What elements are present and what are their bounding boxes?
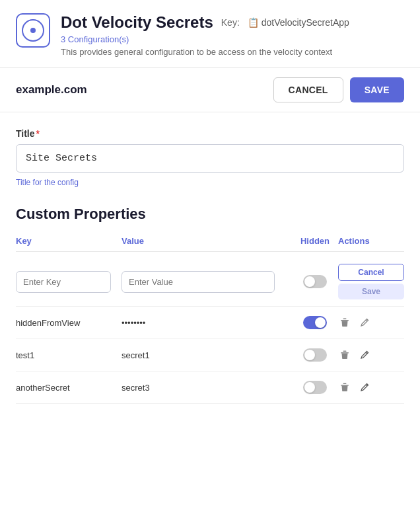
trash-icon [339,382,350,393]
trash-icon [339,317,350,328]
th-key: Key [16,236,122,246]
row-actions [338,381,404,394]
row-key: anotherSecret [16,383,122,393]
row-value: secret1 [122,350,292,360]
toolbar: example.com CANCEL SAVE [0,68,420,112]
trash-icon [339,350,350,360]
header-info: Dot Velocity Secrets Key: 📋 dotVelocityS… [61,13,404,57]
hidden-toggle[interactable] [303,316,327,329]
row-actions [338,316,404,329]
hidden-toggle[interactable] [303,381,327,394]
key-label: Key: [221,17,240,28]
title-field-label: Title* [16,128,404,139]
row-actions [338,348,404,362]
toggle-thumb [304,350,315,360]
new-hidden-toggle[interactable] [303,275,327,288]
cancel-button[interactable]: CANCEL [273,77,343,102]
title-hint: Title for the config [16,178,404,187]
edit-icon [359,317,370,328]
logo-inner [22,19,44,42]
row-key: test1 [16,350,122,360]
props-table: Key Value Hidden Actions Cancel Save hid… [0,236,420,404]
row-value: secret3 [122,383,292,393]
logo-dot [30,28,36,33]
edit-button[interactable] [358,381,371,394]
new-entry-row: Cancel Save [16,257,404,307]
toggle-thumb [304,382,315,393]
svg-rect-5 [343,383,347,385]
edit-button[interactable] [358,348,371,362]
row-key: hiddenFromView [16,318,122,328]
table-row: hiddenFromView •••••••• [16,307,404,339]
row-value: •••••••• [122,318,292,328]
new-row-save-button[interactable]: Save [338,284,404,299]
toolbar-actions: CANCEL SAVE [273,77,404,102]
key-icon: 📋 [248,17,259,28]
configs-count: 3 Configuration(s) [61,34,404,44]
svg-rect-2 [341,352,349,354]
edit-button[interactable] [358,316,371,329]
row-toggle-cell [292,316,338,329]
toggle-thumb [315,317,326,328]
new-row-cancel-button[interactable]: Cancel [338,264,404,281]
th-hidden: Hidden [292,236,338,246]
new-toggle-cell [292,275,338,288]
delete-button[interactable] [338,348,351,362]
new-key-input[interactable] [16,271,111,293]
app-title: Dot Velocity Secrets [61,13,213,32]
save-button[interactable]: SAVE [350,77,404,102]
header-title-row: Dot Velocity Secrets Key: 📋 dotVelocityS… [61,13,404,32]
edit-icon [359,350,370,360]
svg-rect-1 [343,319,347,320]
app-logo [16,13,50,48]
custom-props-title: Custom Properties [0,206,420,223]
page-header: Dot Velocity Secrets Key: 📋 dotVelocityS… [0,0,420,68]
delete-button[interactable] [338,381,351,394]
delete-button[interactable] [338,316,351,329]
new-value-cell [122,271,292,293]
new-row-actions: Cancel Save [338,264,404,299]
th-actions: Actions [338,236,404,246]
table-header: Key Value Hidden Actions [16,236,404,252]
row-toggle-cell [292,381,338,394]
site-label: example.com [16,83,87,97]
table-row: anotherSecret secret3 [16,372,404,404]
toggle-thumb [304,276,315,287]
svg-rect-0 [341,320,349,321]
key-value: 📋 dotVelocitySecretApp [248,17,349,28]
svg-rect-3 [343,351,347,352]
row-toggle-cell [292,348,338,362]
table-row: test1 secret1 [16,339,404,372]
new-value-input[interactable] [122,271,275,293]
svg-rect-4 [341,385,349,386]
form-section: Title* Title for the config [0,112,420,187]
th-value: Value [122,236,292,246]
title-input[interactable] [16,144,404,173]
new-key-cell [16,271,122,293]
edit-icon [359,382,370,393]
key-value-text: dotVelocitySecretApp [262,17,349,28]
hidden-toggle[interactable] [303,348,327,362]
header-description: This provides general configuration to b… [61,47,404,57]
